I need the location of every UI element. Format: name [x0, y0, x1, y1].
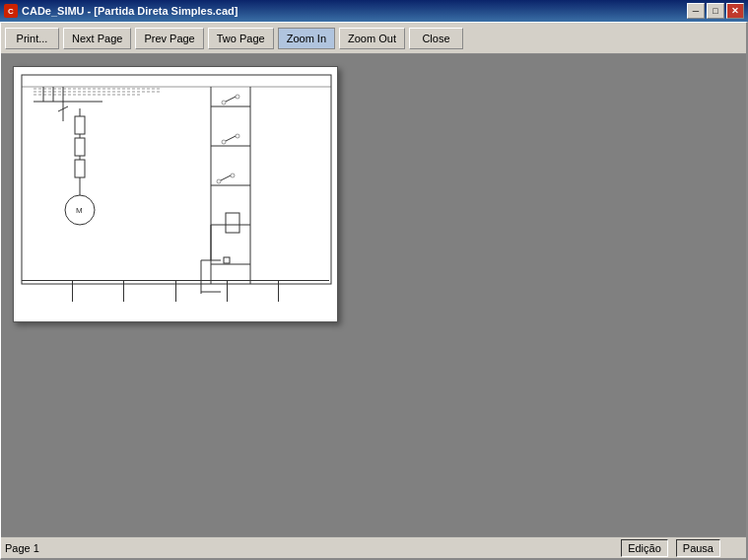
svg-rect-13 — [75, 160, 85, 177]
svg-text:M: M — [76, 206, 83, 215]
svg-point-34 — [236, 134, 239, 138]
svg-point-29 — [222, 101, 226, 105]
zoom-out-button[interactable]: Zoom Out — [339, 28, 405, 49]
close-button[interactable]: Close — [409, 28, 463, 49]
svg-line-28 — [226, 97, 236, 102]
prev-page-button[interactable]: Prev Page — [135, 28, 203, 49]
zoom-in-button[interactable]: Zoom In — [278, 28, 335, 49]
cad-diagram: M — [14, 67, 337, 321]
svg-point-33 — [222, 140, 226, 144]
main-window: Print... Next Page Prev Page Two Page Zo… — [0, 22, 748, 560]
diagram-svg: M — [14, 67, 338, 304]
status-edition: Edição — [621, 539, 668, 557]
svg-line-32 — [226, 136, 236, 141]
content-area: M — [1, 54, 746, 536]
title-block — [22, 280, 329, 302]
next-page-button[interactable]: Next Page — [63, 28, 131, 49]
status-bar: Page 1 Edição Pausa — [1, 536, 746, 558]
svg-line-35 — [221, 175, 231, 180]
svg-rect-0 — [22, 75, 331, 284]
scrollbar-corner — [728, 541, 742, 555]
print-button[interactable]: Print... — [5, 28, 59, 49]
minimize-button[interactable]: ─ — [687, 3, 705, 19]
toolbar: Print... Next Page Prev Page Two Page Zo… — [1, 23, 746, 54]
window-controls: ─ □ ✕ — [687, 3, 744, 19]
maximize-button[interactable]: □ — [707, 3, 724, 19]
title-cell-4 — [176, 281, 228, 302]
page-indicator: Page 1 — [5, 542, 39, 554]
svg-rect-12 — [75, 138, 85, 156]
title-cell-3 — [124, 281, 175, 302]
title-cell-2 — [73, 281, 124, 302]
title-bar: C CADe_SIMU - [Partida Direta Simples.ca… — [0, 0, 748, 22]
title-cell-1 — [22, 281, 73, 302]
close-window-button[interactable]: ✕ — [726, 3, 744, 19]
svg-rect-38 — [224, 257, 230, 263]
svg-rect-31 — [226, 213, 239, 233]
title-cell-6 — [279, 281, 329, 302]
svg-point-30 — [236, 95, 239, 99]
status-pause: Pausa — [676, 539, 720, 557]
page-preview: M — [13, 66, 338, 322]
svg-point-37 — [231, 174, 235, 177]
title-cell-5 — [228, 281, 279, 302]
svg-point-36 — [217, 179, 221, 183]
status-right: Edição Pausa — [621, 539, 742, 557]
two-page-button[interactable]: Two Page — [208, 28, 274, 49]
svg-rect-11 — [75, 116, 85, 134]
app-icon: C — [4, 4, 18, 18]
window-title: CADe_SIMU - [Partida Direta Simples.cad] — [22, 5, 238, 17]
